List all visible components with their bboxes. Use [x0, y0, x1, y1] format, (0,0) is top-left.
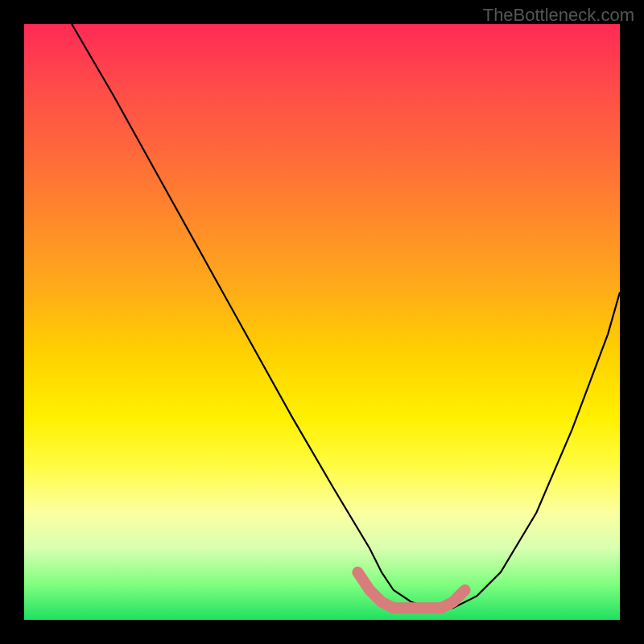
watermark-text: TheBottleneck.com — [483, 5, 634, 26]
optimal-band-highlight — [357, 572, 464, 608]
chart-svg — [24, 24, 620, 620]
bottleneck-curve — [72, 24, 620, 608]
